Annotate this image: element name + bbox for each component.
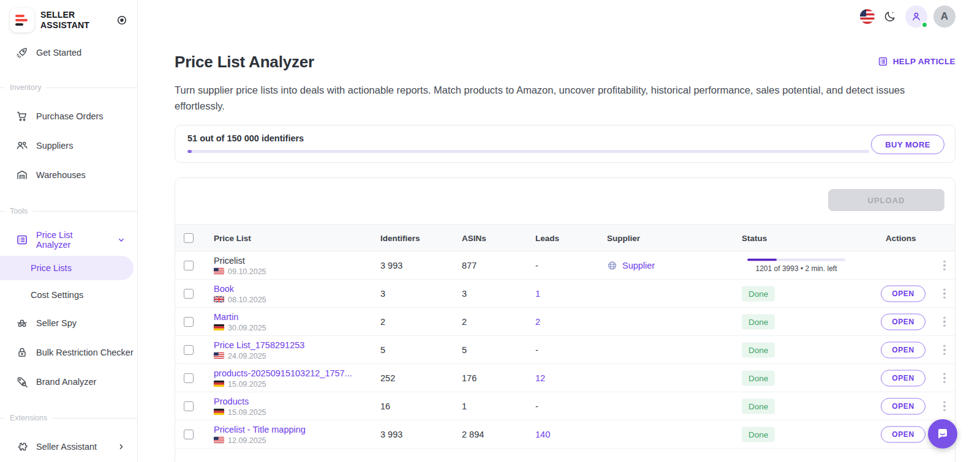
kebab-menu-icon[interactable]	[940, 286, 949, 301]
supplier-label: Supplier	[622, 261, 655, 270]
section-label: Extensions	[10, 414, 47, 422]
account-person-icon[interactable]	[905, 6, 927, 28]
leads-value-link[interactable]: 140	[535, 430, 550, 439]
kebab-menu-icon[interactable]	[940, 398, 949, 414]
kebab-menu-icon[interactable]	[940, 370, 949, 386]
open-button[interactable]: OPEN	[881, 426, 925, 442]
price-list-meta: 08.10.2025	[214, 295, 266, 304]
row-checkbox[interactable]	[184, 317, 194, 327]
sidebar-collapse-icon[interactable]	[116, 15, 127, 26]
sidebar-item-purchase-orders[interactable]: Purchase Orders	[0, 102, 137, 131]
identifiers-value: 252	[380, 373, 395, 383]
price-list-name: Pricelist	[214, 255, 266, 265]
row-checkbox[interactable]	[184, 373, 194, 383]
price-list-name-link[interactable]: products-20250915103212_1757...	[214, 368, 352, 378]
sidebar-label: Price List Analyzer	[36, 230, 108, 250]
lock-icon	[16, 346, 28, 359]
sidebar-item-bulk-restriction-checker[interactable]: Bulk Restriction Checker	[0, 338, 137, 367]
status-done-badge: Done	[742, 370, 775, 386]
status-cell: 1201 of 3993 • 2 min. left	[747, 258, 845, 272]
price-list-cell: Book08.10.2025	[214, 283, 266, 304]
sidebar-subitem-cost-settings[interactable]: Cost Settings	[0, 281, 137, 308]
row-checkbox[interactable]	[184, 261, 194, 270]
row-checkbox[interactable]	[184, 430, 194, 439]
row-checkbox[interactable]	[184, 289, 194, 299]
price-list-date: 15.09.2025	[228, 379, 266, 388]
app-root: SELLER ASSISTANT Get Started Inventory P…	[0, 0, 980, 462]
sidebar-item-seller-spy[interactable]: Seller Spy	[0, 308, 137, 338]
de-flag-icon	[214, 324, 224, 331]
de-flag-icon	[214, 381, 224, 387]
open-button[interactable]: OPEN	[881, 313, 925, 330]
open-button[interactable]: OPEN	[881, 398, 925, 414]
sidebar-item-get-started[interactable]: Get Started	[0, 39, 137, 66]
price-list-cell: Price List_175829125324.09.2025	[214, 340, 304, 360]
main-content: A Price List Analyzer HELP ARTICLE Turn …	[138, 0, 980, 462]
row-checkbox[interactable]	[184, 401, 194, 411]
leads-value-link[interactable]: 12	[535, 373, 545, 383]
leads-value-link[interactable]: 1	[535, 289, 540, 299]
de-flag-icon	[214, 409, 224, 415]
chat-bubble-icon[interactable]	[928, 419, 957, 449]
brand-line1: SELLER	[40, 10, 89, 21]
status-progress: 1201 of 3993 • 2 min. left	[747, 258, 845, 272]
identifiers-value: 16	[380, 401, 390, 411]
user-avatar[interactable]: A	[933, 6, 956, 28]
help-article-link[interactable]: HELP ARTICLE	[878, 56, 956, 67]
price-list-cell: Products15.09.2025	[214, 396, 266, 416]
open-button[interactable]: OPEN	[881, 285, 925, 302]
sidebar-item-brand-analyzer[interactable]: Brand Analyzer	[0, 367, 137, 397]
progress-fill	[747, 258, 777, 261]
users-icon	[16, 140, 28, 152]
sidebar-item-seller-assistant-extension[interactable]: Seller Assistant	[0, 432, 137, 461]
puzzle-icon	[16, 441, 28, 453]
page-description: Turn supplier price lists into deals wit…	[175, 82, 940, 114]
kebab-menu-icon[interactable]	[940, 342, 949, 357]
row-cell-checkbox	[184, 345, 194, 355]
sidebar-subitem-price-lists[interactable]: Price Lists	[0, 256, 134, 280]
buy-more-button[interactable]: BUY MORE	[871, 135, 944, 154]
price-list-name-link[interactable]: Products	[214, 396, 266, 406]
supplier-link[interactable]: Supplier	[607, 260, 655, 270]
sidebar-label: Warehouses	[36, 170, 86, 180]
price-list-meta: 12.09.2025	[214, 436, 306, 444]
price-list-name-link[interactable]: Book	[214, 283, 266, 293]
price-list-meta: 24.09.2025	[214, 351, 304, 360]
chevron-down-icon[interactable]	[116, 235, 126, 245]
quota-progress-bar	[187, 150, 869, 153]
sidebar-item-suppliers[interactable]: Suppliers	[0, 131, 137, 160]
sidebar-label: Suppliers	[36, 141, 73, 151]
asins-value: 3	[462, 289, 467, 299]
sidebar-item-warehouses[interactable]: Warehouses	[0, 160, 137, 190]
identifiers-value: 5	[380, 345, 385, 355]
table-row: Price List_175829125324.09.202555-DoneOP…	[175, 336, 955, 364]
kebab-menu-icon[interactable]	[940, 258, 949, 273]
select-all-checkbox[interactable]	[184, 233, 194, 243]
column-status: Status	[742, 233, 767, 242]
sidebar: SELLER ASSISTANT Get Started Inventory P…	[0, 0, 138, 462]
leads-value-link[interactable]: 2	[535, 317, 540, 327]
upload-button[interactable]: UPLOAD	[828, 189, 944, 211]
status-cell: Done	[742, 370, 775, 386]
section-label: Tools	[10, 207, 28, 215]
status-cell: Done	[742, 427, 775, 442]
language-flag-us-icon[interactable]	[860, 9, 875, 24]
sidebar-item-price-list-analyzer[interactable]: Price List Analyzer	[0, 225, 137, 255]
row-checkbox[interactable]	[184, 345, 194, 355]
price-list-name-link[interactable]: Martin	[214, 311, 266, 321]
price-list-name-link[interactable]: Price List_1758291253	[214, 340, 304, 349]
price-lists-table-card: UPLOAD Price List Identifiers ASINs Lead…	[175, 177, 956, 462]
avatar-letter: A	[941, 10, 948, 23]
price-list-name-link[interactable]: Pricelist - Title mapping	[214, 424, 306, 434]
status-done-badge: Done	[742, 398, 775, 414]
dark-mode-moon-icon[interactable]	[883, 10, 897, 23]
price-list-cell: Martin30.09.2025	[214, 311, 266, 332]
section-inventory: Inventory	[0, 82, 137, 93]
brand-tag-icon	[16, 376, 28, 388]
open-button[interactable]: OPEN	[881, 341, 925, 358]
article-icon	[878, 56, 888, 67]
kebab-menu-icon[interactable]	[940, 314, 949, 329]
open-button[interactable]: OPEN	[881, 370, 925, 386]
chevron-right-icon[interactable]	[116, 442, 126, 452]
section-tools: Tools	[0, 206, 137, 217]
